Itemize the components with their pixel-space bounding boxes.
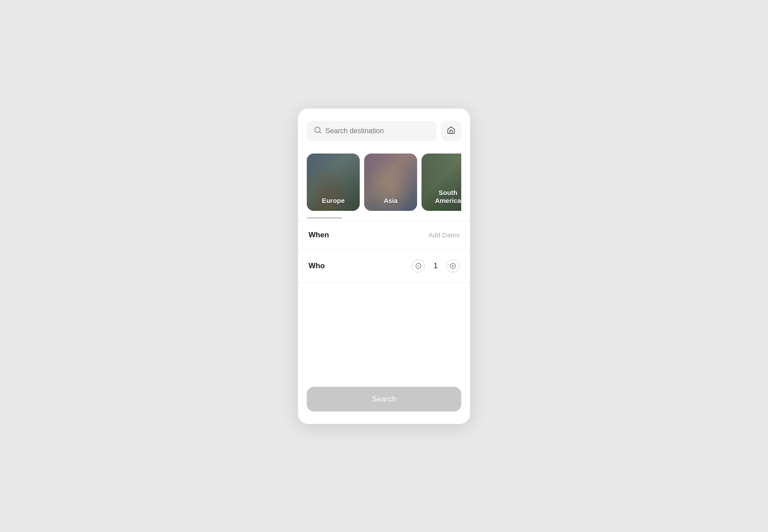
destination-search-input[interactable] (325, 127, 429, 135)
search-bar-section (298, 109, 470, 148)
home-button[interactable] (441, 121, 461, 141)
destinations-section: Europe Asia SouthAmerica (298, 148, 470, 211)
who-label: Who (309, 262, 325, 270)
search-bar (307, 121, 461, 141)
search-button-section: Search (298, 380, 470, 424)
scroll-bar (307, 217, 342, 219)
phone-card: Europe Asia SouthAmerica When Add Dates … (298, 109, 470, 424)
bottom-panel: When Add Dates Who 1 (298, 221, 470, 380)
svg-line-1 (319, 131, 320, 133)
increment-button[interactable] (446, 259, 459, 273)
spacer (298, 283, 470, 380)
home-icon (447, 126, 456, 136)
search-input-wrapper[interactable] (307, 121, 437, 141)
who-row: Who 1 (298, 250, 470, 283)
destination-label-south-america: SouthAmerica (422, 189, 461, 205)
destination-card-europe[interactable]: Europe (307, 154, 360, 211)
destination-label-asia: Asia (364, 197, 417, 205)
decrement-button[interactable] (412, 259, 425, 273)
destinations-scroll: Europe Asia SouthAmerica (307, 154, 461, 211)
add-dates-button[interactable]: Add Dates (429, 231, 459, 239)
when-row[interactable]: When Add Dates (298, 221, 470, 250)
scroll-indicator (298, 211, 470, 219)
destination-card-south-america[interactable]: SouthAmerica (422, 154, 461, 211)
guest-count: 1 (431, 262, 440, 270)
destination-card-asia[interactable]: Asia (364, 154, 417, 211)
destination-label-europe: Europe (307, 197, 360, 205)
search-button[interactable]: Search (307, 387, 461, 412)
guest-counter: 1 (412, 259, 459, 273)
search-icon (314, 126, 322, 136)
when-label: When (309, 231, 329, 240)
